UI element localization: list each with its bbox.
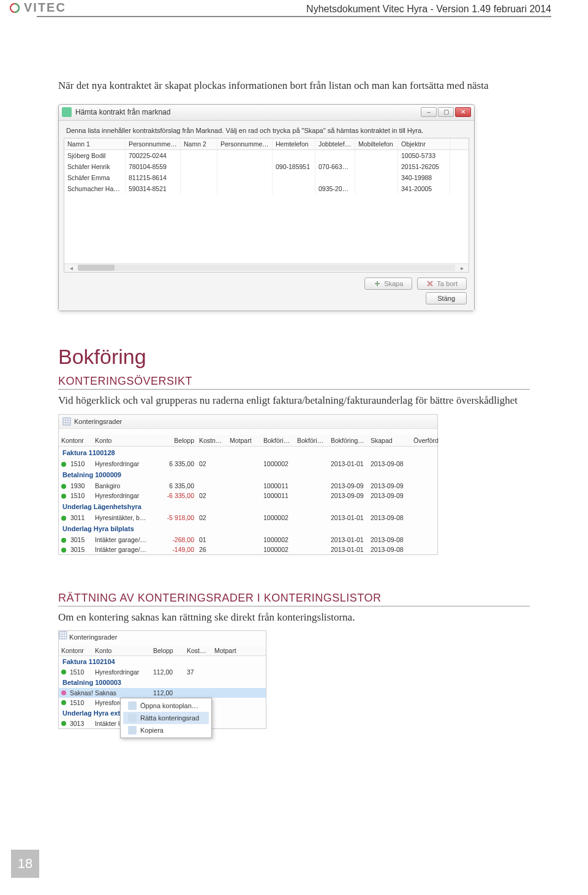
section-bokforing-title: Bokföring bbox=[58, 345, 530, 369]
cell: 2013-09-08 bbox=[368, 459, 411, 469]
cell: 02 bbox=[197, 513, 227, 523]
cell: Hyresfordringar bbox=[92, 491, 160, 500]
group-header[interactable]: Underlag Hyra bilplats bbox=[59, 523, 437, 535]
table-row[interactable]: Schäfer Henrik780104-8559090-185951070-6… bbox=[64, 161, 469, 172]
dialog-titlebar[interactable]: Hämta kontrakt från marknad – ▢ ✕ bbox=[59, 105, 474, 121]
p1-col-motpart[interactable]: Motpart bbox=[227, 435, 261, 446]
p2-col-motpart[interactable]: Motpart bbox=[212, 646, 246, 655]
cell: -268,00 bbox=[160, 535, 197, 545]
p1-col-kontonr[interactable]: Kontonr bbox=[59, 435, 92, 446]
table-row[interactable]: 1510Hyresfordringar6 335,000210000022013… bbox=[59, 459, 437, 469]
cell bbox=[355, 150, 398, 161]
menu-item[interactable]: Öppna kontoplan… bbox=[123, 700, 209, 712]
cell bbox=[273, 183, 315, 194]
skapa-label: Skapa bbox=[384, 280, 403, 287]
cell bbox=[181, 150, 217, 161]
cell: 590314-8521 bbox=[126, 183, 181, 194]
menu-item[interactable]: Kopiera bbox=[123, 724, 209, 736]
panel1-title-text: Konteringsrader bbox=[74, 418, 122, 425]
cell bbox=[411, 513, 445, 523]
cell bbox=[212, 688, 246, 698]
menu-item-label: Kopiera bbox=[140, 727, 164, 734]
table-row[interactable]: 3011Hyresintäkter, b…-5 918,000210000022… bbox=[59, 513, 437, 523]
window-controls: – ▢ ✕ bbox=[421, 107, 471, 117]
p1-col-konto[interactable]: Konto bbox=[92, 435, 160, 446]
table-row[interactable]: 1510Hyresfordringar112,0037 bbox=[59, 667, 266, 677]
table-row[interactable]: Sjöberg Bodil700225-024410050-5733 bbox=[64, 150, 469, 161]
table-row[interactable]: 3015Intäkter garage/…-149,00261000002201… bbox=[59, 545, 437, 554]
cell bbox=[411, 535, 445, 545]
cell bbox=[181, 172, 217, 183]
cell bbox=[181, 161, 217, 172]
cell: Intäkter garage/… bbox=[92, 535, 160, 545]
table-row[interactable]: Schäfer Emma811215-8614340-19988 bbox=[64, 172, 469, 183]
cell bbox=[227, 535, 261, 545]
vitec-logo-icon bbox=[9, 2, 20, 13]
cell bbox=[355, 172, 398, 183]
cell: 2013-09-08 bbox=[368, 513, 411, 523]
cell: 2013-09-08 bbox=[368, 545, 411, 554]
cell: 37 bbox=[184, 667, 212, 677]
panel2-header[interactable]: Kontonr Konto Belopp Kostnad… Motpart bbox=[59, 646, 266, 656]
group-header[interactable]: Betalning 1000009 bbox=[59, 469, 437, 481]
document-title: Nyhetsdokument Vitec Hyra - Version 1.49… bbox=[306, 4, 551, 15]
p2-col-kontonr[interactable]: Kontonr bbox=[59, 646, 92, 655]
maximize-icon[interactable]: ▢ bbox=[438, 107, 454, 117]
table-row[interactable]: 3015Intäkter garage/…-268,00011000002201… bbox=[59, 535, 437, 545]
p1-col-belopp[interactable]: Belopp bbox=[160, 435, 197, 446]
col-jobb[interactable]: Jobbtelefon bbox=[315, 138, 355, 149]
panel1-header[interactable]: Kontonr Konto Belopp Kostnad… Motpart Bo… bbox=[59, 435, 437, 447]
col-pn2[interactable]: Personnummer 2 bbox=[217, 138, 273, 149]
close-icon[interactable]: ✕ bbox=[455, 107, 471, 117]
p2-col-belopp[interactable]: Belopp bbox=[151, 646, 184, 655]
cell bbox=[295, 459, 328, 469]
menu-item[interactable]: Rätta konteringsrad bbox=[123, 712, 209, 724]
table-row[interactable]: 1930Bankgiro6 335,0010000112013-09-09201… bbox=[59, 481, 437, 491]
p1-col-bf2[interactable]: Bokförin… bbox=[295, 435, 328, 446]
group-header[interactable]: Betalning 1000003 bbox=[59, 677, 266, 688]
col-pn1[interactable]: Personnummer 1 bbox=[126, 138, 181, 149]
minimize-icon[interactable]: – bbox=[421, 107, 437, 117]
cell: 1930 bbox=[59, 481, 92, 491]
menu-item-icon bbox=[128, 701, 137, 710]
col-hem[interactable]: Hemtelefon bbox=[273, 138, 315, 149]
p1-col-overford[interactable]: Överförd bbox=[411, 435, 445, 446]
col-namn1[interactable]: Namn 1 bbox=[64, 138, 126, 149]
context-menu[interactable]: Öppna kontoplan…Rätta konteringsradKopie… bbox=[120, 698, 212, 738]
p1-col-skapad[interactable]: Skapad bbox=[368, 435, 411, 446]
panel1-title: Konteringsrader bbox=[59, 415, 437, 429]
p1-col-bf1[interactable]: Bokförin… bbox=[261, 435, 295, 446]
group-header[interactable]: Faktura 1100128 bbox=[59, 447, 437, 459]
menu-item-icon bbox=[128, 714, 137, 722]
dialog-body: Denna lista innehåller kontraktsförslag … bbox=[59, 121, 474, 311]
cell: Hyresfordringar bbox=[92, 667, 151, 677]
stang-button[interactable]: Stäng bbox=[426, 292, 467, 304]
p1-col-kost[interactable]: Kostnad… bbox=[197, 435, 227, 446]
dialog-app-icon bbox=[62, 107, 72, 117]
kontrakt-grid[interactable]: Namn 1 Personnummer 1 Namn 2 Personnumme… bbox=[64, 138, 469, 273]
status-dot-icon bbox=[61, 538, 66, 543]
col-obj[interactable]: Objektnr bbox=[398, 138, 450, 149]
skapa-button[interactable]: Skapa bbox=[364, 278, 412, 290]
grid-header[interactable]: Namn 1 Personnummer 1 Namn 2 Personnumme… bbox=[64, 138, 469, 150]
group-header[interactable]: Faktura 1102104 bbox=[59, 656, 266, 667]
cell: 20151-26205 bbox=[398, 161, 450, 172]
cell bbox=[212, 719, 246, 728]
tabort-button[interactable]: Ta bort bbox=[417, 278, 467, 290]
table-row[interactable]: Saknas!Saknas112,00Öppna kontoplan…Rätta… bbox=[59, 688, 266, 698]
col-mob[interactable]: Mobiltelefon bbox=[355, 138, 398, 149]
p2-col-kost[interactable]: Kostnad… bbox=[184, 646, 212, 655]
col-namn2[interactable]: Namn 2 bbox=[181, 138, 217, 149]
cell: 070-6631273 bbox=[315, 161, 355, 172]
p1-col-bf3[interactable]: Bokföring… bbox=[328, 435, 368, 446]
p2-col-konto[interactable]: Konto bbox=[92, 646, 151, 655]
group-header[interactable]: Underlag Lägenhetshyra bbox=[59, 500, 437, 513]
table-row[interactable]: Schumacher Harald590314-85210935-2045534… bbox=[64, 183, 469, 194]
cell: -6 335,00 bbox=[160, 491, 197, 500]
scroll-left-icon[interactable]: ◂ bbox=[67, 265, 75, 271]
table-row[interactable]: 1510Hyresfordringar-6 335,00021000011201… bbox=[59, 491, 437, 500]
scroll-right-icon[interactable]: ▸ bbox=[458, 265, 466, 271]
svg-rect-2 bbox=[63, 418, 70, 425]
grid-horizontal-scrollbar[interactable]: ◂ ▸ bbox=[64, 263, 469, 272]
grid-icon bbox=[62, 417, 71, 426]
